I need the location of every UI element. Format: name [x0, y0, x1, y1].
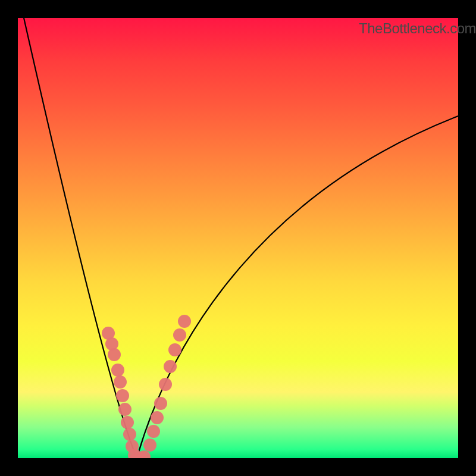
plot-area: TheBottleneck.com — [18, 18, 458, 458]
svg-point-20 — [168, 343, 181, 356]
svg-point-14 — [143, 439, 156, 452]
data-dots — [102, 315, 191, 458]
chart-container: TheBottleneck.com — [0, 0, 476, 476]
svg-point-5 — [116, 389, 129, 402]
svg-point-6 — [118, 403, 131, 416]
svg-point-2 — [108, 348, 121, 361]
svg-point-17 — [154, 397, 167, 410]
svg-point-16 — [151, 411, 164, 424]
svg-point-8 — [123, 428, 136, 441]
svg-point-15 — [147, 425, 160, 438]
curve-path — [24, 18, 458, 458]
svg-point-3 — [111, 364, 124, 377]
svg-point-4 — [114, 375, 127, 389]
svg-point-18 — [159, 378, 172, 391]
svg-point-21 — [173, 328, 186, 342]
svg-point-19 — [164, 360, 177, 373]
svg-point-22 — [178, 315, 191, 328]
curve-svg — [18, 18, 458, 458]
svg-point-7 — [121, 416, 134, 429]
